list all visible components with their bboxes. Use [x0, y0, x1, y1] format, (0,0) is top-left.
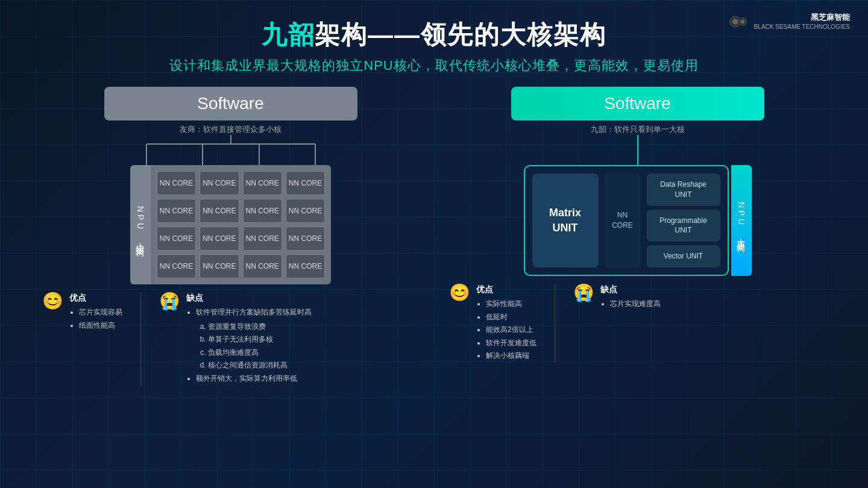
- left-pros-item: 纸面性能高: [79, 319, 122, 333]
- nn-core-cell: NN CORE: [200, 254, 239, 278]
- right-pros-item: 低延时: [486, 311, 536, 324]
- nn-core-cell: NN CORE: [286, 171, 325, 195]
- right-pros-title: 优点: [476, 284, 536, 295]
- right-cons-emoji: 😭: [573, 284, 594, 301]
- programmable-unit: ProgrammableUNIT: [647, 210, 720, 242]
- svg-point-1: [732, 19, 738, 25]
- left-software-box: Software: [104, 87, 357, 120]
- matrix-unit-box: Matrix UNIT: [532, 174, 599, 267]
- left-cons-item: 软件管理并行方案缺陷多苦练延时高 资源重复导致浪费 单算子无法利用多核 负载均衡…: [196, 306, 312, 372]
- right-pros-block: 😊 优点 实际性能高 低延时 能效高2倍以上 软件开发难度低 解决小核藕端: [449, 284, 536, 363]
- vector-unit: Vector UNIT: [647, 245, 720, 267]
- npu-small-label: NPU小核架构: [130, 165, 151, 284]
- right-pros-item: 软件开发难度低: [486, 337, 536, 350]
- nn-core-cell: NN CORE: [286, 254, 325, 278]
- right-cons-block: 😭 缺点 芯片实现难度高: [573, 284, 661, 363]
- right-pros-content: 优点 实际性能高 低延时 能效高2倍以上 软件开发难度低 解决小核藕端: [476, 284, 536, 363]
- right-cons-item: 芯片实现难度高: [610, 298, 661, 311]
- page-container: 黑芝麻智能 BLACK SESAME TECHNOLOGIES 九韶架构——领先…: [0, 0, 868, 488]
- right-pros-emoji: 😊: [449, 284, 470, 301]
- left-pros-item: 芯片实现容易: [79, 306, 122, 319]
- data-reshape-unit: Data ReshapeUNIT: [647, 174, 720, 206]
- right-software-box: Software: [511, 87, 764, 120]
- left-cons-sub: 资源重复导致浪费: [208, 321, 312, 334]
- left-cons-sub: 负载均衡难度高: [208, 346, 312, 360]
- nn-core-grid: NN CORE NN CORE NN CORE NN CORE NN CORE …: [151, 165, 331, 284]
- npu-big-wrapper: Matrix UNIT NN CORE Data ReshapeUNIT Pro…: [524, 165, 752, 276]
- nn-core-cell: NN CORE: [200, 199, 239, 223]
- pros-emoji: 😊: [42, 293, 63, 310]
- big-core-box: Matrix UNIT NN CORE Data ReshapeUNIT Pro…: [524, 165, 729, 276]
- diagram-area: Software 友商：软件直接管理众多小核 NPU小核架构: [24, 87, 844, 386]
- left-cons-block: 😭 缺点 软件管理并行方案缺陷多苦练延时高 资源重复导致浪费 单算子无法利用多核…: [159, 293, 312, 386]
- nn-core-cell: NN CORE: [243, 254, 282, 278]
- nn-core-cell: NN CORE: [243, 171, 282, 195]
- npu-small-wrapper: NPU小核架构 NN CORE NN CORE NN CORE NN CORE …: [130, 165, 331, 284]
- right-pros-item: 解决小核藕端: [486, 349, 536, 363]
- logo-icon: [728, 11, 749, 33]
- logo-area: 黑芝麻智能 BLACK SESAME TECHNOLOGIES: [728, 11, 850, 33]
- npu-big-label: NPU大核架构: [731, 165, 752, 276]
- left-pros-title: 优点: [69, 293, 122, 304]
- left-caption: 友商：软件直接管理众多小核: [180, 124, 281, 135]
- nn-core-cell: NN CORE: [200, 227, 239, 251]
- cons-emoji: 😭: [159, 293, 180, 310]
- right-pros-item: 能效高2倍以上: [486, 324, 536, 337]
- nn-core-cell: NN CORE: [157, 171, 196, 195]
- right-pros-item: 实际性能高: [486, 298, 536, 311]
- right-tree-lines: [511, 135, 764, 165]
- right-units: Data ReshapeUNIT ProgrammableUNIT Vector…: [647, 174, 720, 267]
- left-side: Software 友商：软件直接管理众多小核 NPU小核架构: [36, 87, 425, 386]
- nn-core-cell: NN CORE: [243, 199, 282, 223]
- left-cons-title: 缺点: [186, 293, 312, 304]
- nn-core-cell: NN CORE: [157, 199, 196, 223]
- svg-point-3: [741, 20, 744, 23]
- left-cons-item: 额外开销大，实际算力利用率低: [196, 372, 312, 386]
- logo-text: 黑芝麻智能 BLACK SESAME TECHNOLOGIES: [754, 12, 850, 31]
- right-cons-title: 缺点: [600, 284, 661, 295]
- nn-core-cell: NN CORE: [157, 227, 196, 251]
- nn-core-cell: NN CORE: [157, 254, 196, 278]
- nn-core-cell: NN CORE: [286, 227, 325, 251]
- nn-core-cell: NN CORE: [243, 227, 282, 251]
- sub-title: 设计和集成业界最大规格的独立NPU核心，取代传统小核心堆叠，更高能效，更易使用: [24, 57, 844, 75]
- right-side: Software 九韶：软件只看到单一大核 Matrix UNIT NN COR…: [443, 87, 832, 386]
- nn-core-cell: NN CORE: [286, 199, 325, 223]
- nn-core-cell: NN CORE: [200, 171, 239, 195]
- left-cons-content: 缺点 软件管理并行方案缺陷多苦练延时高 资源重复导致浪费 单算子无法利用多核 负…: [186, 293, 312, 386]
- left-tree-lines: [104, 135, 357, 165]
- left-pros-block: 😊 优点 芯片实现容易 纸面性能高: [42, 293, 122, 386]
- right-caption: 九韶：软件只看到单一大核: [591, 124, 685, 135]
- left-pros-content: 优点 芯片实现容易 纸面性能高: [69, 293, 122, 332]
- main-title: 九韶架构——领先的大核架构: [24, 18, 844, 52]
- nn-core-middle: NN CORE: [605, 174, 641, 267]
- left-cons-sub: 单算子无法利用多核: [208, 333, 312, 346]
- left-cons-sub: 核心之间通信资源消耗高: [208, 359, 312, 372]
- right-cons-content: 缺点 芯片实现难度高: [600, 284, 661, 311]
